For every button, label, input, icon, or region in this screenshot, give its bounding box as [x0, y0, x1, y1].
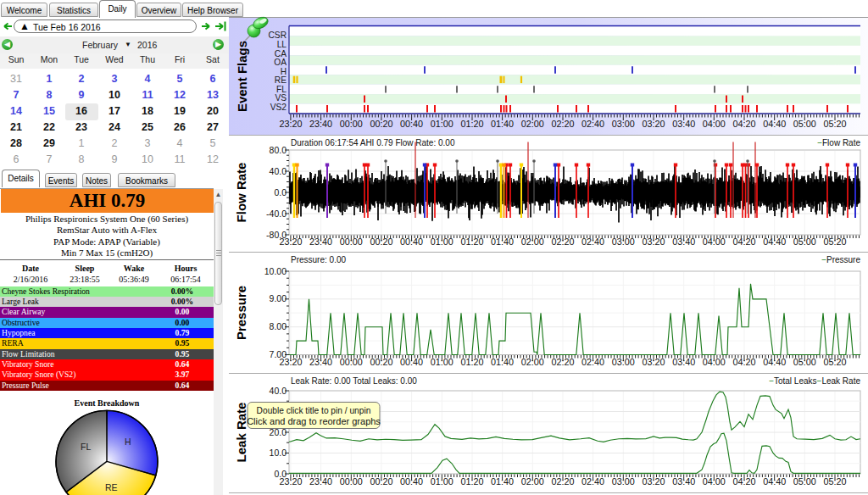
svg-text:03:20: 03:20: [642, 236, 665, 247]
svg-text:FL: FL: [81, 442, 91, 452]
svg-text:03:00: 03:00: [612, 236, 635, 247]
svg-text:00:40: 00:40: [400, 119, 423, 129]
svg-text:04:20: 04:20: [732, 119, 755, 129]
svg-text:00:20: 00:20: [370, 476, 392, 487]
svg-text:02:00: 02:00: [521, 476, 544, 487]
svg-text:Double click title to pin / un: Double click title to pin / unpin: [257, 406, 371, 415]
svg-text:00:40: 00:40: [400, 236, 423, 247]
svg-text:00:00: 00:00: [340, 119, 363, 129]
svg-text:03:40: 03:40: [672, 236, 695, 247]
svg-text:04:20: 04:20: [732, 357, 755, 367]
svg-text:Pressure: 0.00: Pressure: 0.00: [291, 255, 346, 264]
svg-text:05:00: 05:00: [793, 119, 816, 129]
svg-text:01:00: 01:00: [431, 476, 453, 487]
svg-text:01:00: 01:00: [431, 119, 453, 129]
svg-text:02:20: 02:20: [551, 357, 574, 367]
svg-text:CA: CA: [275, 49, 287, 58]
svg-text:05:20: 05:20: [823, 236, 846, 247]
svg-text:RE: RE: [105, 482, 118, 492]
svg-text:40.0: 40.0: [270, 166, 287, 176]
svg-text:00:40: 00:40: [400, 476, 423, 487]
svg-text:RE: RE: [275, 75, 287, 85]
svg-text:00:20: 00:20: [370, 119, 392, 129]
svg-text:00:40: 00:40: [400, 357, 423, 367]
svg-text:05:20: 05:20: [823, 357, 846, 367]
svg-text:00:00: 00:00: [340, 357, 363, 367]
svg-text:VS: VS: [275, 93, 287, 103]
svg-text:04:00: 04:00: [703, 476, 726, 487]
svg-text:04:40: 04:40: [763, 357, 786, 367]
svg-text:00:20: 00:20: [370, 236, 392, 247]
svg-text:0.0: 0.0: [274, 187, 287, 197]
svg-text:23:20: 23:20: [279, 476, 302, 487]
svg-text:Leak Rate: Leak Rate: [234, 403, 248, 463]
svg-text:−Total Leaks−Leak Rate: −Total Leaks−Leak Rate: [769, 376, 860, 386]
svg-text:02:00: 02:00: [521, 119, 544, 129]
svg-text:03:40: 03:40: [672, 119, 695, 129]
svg-text:Event Flags: Event Flags: [235, 41, 249, 112]
svg-text:04:20: 04:20: [732, 236, 755, 247]
svg-text:Leak Rate: 0.00 Total Leaks: 0: Leak Rate: 0.00 Total Leaks: 0.00: [291, 376, 417, 386]
svg-text:Duration 06:17:54 AHI 0.79 Flo: Duration 06:17:54 AHI 0.79 Flow Rate: 0.…: [291, 138, 455, 147]
svg-text:Flow Rate: Flow Rate: [234, 163, 248, 223]
svg-text:03:00: 03:00: [612, 357, 635, 367]
svg-text:02:00: 02:00: [521, 357, 544, 367]
svg-text:01:20: 01:20: [460, 357, 483, 367]
svg-text:H: H: [281, 67, 287, 76]
svg-text:Click and drag to reorder grap: Click and drag to reorder graphs: [247, 416, 381, 426]
svg-text:04:40: 04:40: [763, 236, 786, 247]
svg-text:01:40: 01:40: [491, 357, 514, 367]
svg-text:01:20: 01:20: [460, 476, 483, 487]
svg-text:23:40: 23:40: [309, 236, 332, 247]
svg-text:23:20: 23:20: [279, 236, 302, 247]
svg-text:CSR: CSR: [268, 31, 287, 40]
svg-text:H: H: [125, 437, 131, 447]
svg-text:01:20: 01:20: [460, 236, 483, 247]
svg-text:05:00: 05:00: [793, 236, 816, 247]
svg-text:-40.0: -40.0: [266, 209, 287, 219]
svg-text:01:00: 01:00: [431, 357, 453, 367]
svg-text:02:20: 02:20: [551, 236, 574, 247]
svg-text:03:40: 03:40: [672, 476, 695, 487]
svg-text:03:00: 03:00: [612, 119, 635, 129]
svg-text:40.0: 40.0: [270, 386, 287, 396]
svg-text:03:20: 03:20: [642, 476, 665, 487]
svg-text:05:00: 05:00: [793, 476, 816, 487]
svg-text:10.0: 10.0: [270, 448, 287, 458]
svg-text:02:40: 02:40: [581, 357, 604, 367]
svg-text:03:40: 03:40: [672, 357, 695, 367]
svg-text:01:40: 01:40: [491, 476, 514, 487]
svg-text:02:40: 02:40: [581, 236, 604, 247]
svg-text:23:40: 23:40: [309, 119, 332, 129]
svg-text:00:20: 00:20: [370, 357, 392, 367]
svg-text:01:40: 01:40: [491, 119, 514, 129]
svg-text:23:40: 23:40: [309, 476, 332, 487]
svg-text:−Pressure: −Pressure: [821, 255, 860, 264]
svg-text:−Flow Rate: −Flow Rate: [817, 138, 860, 147]
svg-text:LL: LL: [277, 40, 287, 49]
svg-text:03:20: 03:20: [642, 119, 665, 129]
svg-text:02:20: 02:20: [551, 119, 574, 129]
svg-text:Pressure: Pressure: [234, 286, 248, 340]
svg-text:05:20: 05:20: [823, 476, 846, 487]
svg-text:23:20: 23:20: [279, 119, 302, 129]
svg-text:02:00: 02:00: [521, 236, 544, 247]
svg-text:FL: FL: [276, 85, 287, 94]
svg-text:04:40: 04:40: [763, 476, 786, 487]
svg-text:8.00: 8.00: [270, 321, 287, 331]
svg-text:VS2: VS2: [270, 103, 287, 112]
svg-text:02:40: 02:40: [581, 119, 604, 129]
svg-text:04:20: 04:20: [732, 476, 755, 487]
svg-text:04:00: 04:00: [703, 236, 726, 247]
svg-text:04:00: 04:00: [703, 357, 726, 367]
svg-text:01:20: 01:20: [460, 119, 483, 129]
svg-text:00:00: 00:00: [340, 476, 363, 487]
svg-text:01:40: 01:40: [491, 236, 514, 247]
svg-text:05:00: 05:00: [793, 357, 816, 367]
svg-text:00:00: 00:00: [340, 236, 363, 247]
svg-text:01:00: 01:00: [431, 236, 453, 247]
svg-text:9.00: 9.00: [270, 293, 287, 303]
svg-text:02:20: 02:20: [551, 476, 574, 487]
svg-text:OA: OA: [274, 58, 287, 67]
svg-text:03:20: 03:20: [642, 357, 665, 367]
